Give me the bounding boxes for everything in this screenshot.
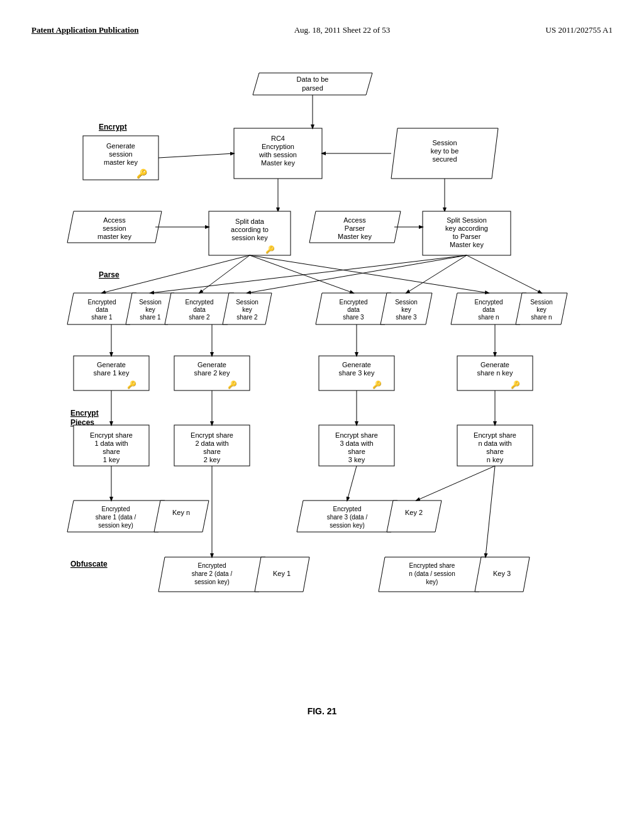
svg-text:Session: Session [139,299,162,306]
svg-text:Key 2: Key 2 [405,509,423,516]
svg-text:with session: with session [258,151,297,158]
svg-text:session: session [103,224,126,232]
svg-text:Parser: Parser [345,224,365,232]
svg-line-61 [250,255,353,293]
svg-text:Encrypt share: Encrypt share [474,431,516,439]
svg-text:session: session [109,150,132,158]
svg-text:session key: session key [231,234,268,241]
svg-line-14 [158,153,234,158]
svg-text:data: data [193,306,206,313]
svg-text:share 1: share 1 [91,314,113,321]
svg-text:Encrypted: Encrypted [87,299,116,306]
svg-text:Encrypted: Encrypted [333,506,361,512]
svg-text:Split data: Split data [235,218,265,225]
svg-line-59 [102,255,250,293]
svg-text:Access: Access [343,216,366,224]
svg-text:Master key: Master key [450,241,484,248]
svg-text:🔑: 🔑 [511,380,520,389]
svg-text:share: share [348,448,365,455]
patent-number: US 2011/202755 A1 [546,25,613,35]
svg-text:session key): session key) [98,522,133,529]
svg-text:Encrypted: Encrypted [339,299,367,306]
svg-text:Session: Session [432,139,457,147]
svg-text:🔑: 🔑 [265,245,275,254]
svg-text:to Parser: to Parser [453,233,481,240]
svg-text:Key 3: Key 3 [493,570,511,577]
svg-text:Key 1: Key 1 [273,570,291,577]
page-header: Patent Application Publication Aug. 18, … [31,25,613,35]
svg-text:secured: secured [432,155,457,163]
svg-text:data: data [347,306,360,313]
svg-line-62 [250,255,489,293]
svg-text:master key: master key [104,158,138,166]
svg-text:share: share [203,448,221,455]
data-to-be-parsed-node: Data to be parsed [253,73,372,95]
svg-text:🔑: 🔑 [127,380,136,389]
svg-text:2 data with: 2 data with [195,440,228,447]
svg-text:3 data with: 3 data with [340,440,373,447]
svg-text:share 2 key: share 2 key [194,369,230,377]
svg-text:share 2: share 2 [189,314,210,321]
svg-line-112 [347,466,357,501]
svg-text:Master key: Master key [261,159,295,167]
svg-text:Data to be: Data to be [297,75,329,83]
svg-text:share 2: share 2 [236,314,258,321]
svg-text:key: key [536,306,547,313]
svg-text:data: data [482,306,495,313]
svg-text:key): key) [426,578,438,585]
svg-text:Session: Session [236,299,258,306]
svg-text:share 1 (data /: share 1 (data / [96,514,136,521]
svg-text:share n: share n [478,314,499,321]
svg-text:Session: Session [395,299,418,306]
svg-line-60 [199,255,250,293]
svg-text:Encrypted: Encrypted [185,299,213,306]
page: Patent Application Publication Aug. 18, … [0,0,644,830]
svg-text:key: key [401,306,411,313]
svg-text:Session: Session [530,299,553,306]
svg-text:share 3 key: share 3 key [339,369,375,377]
svg-text:Encrypt share: Encrypt share [335,431,378,439]
svg-text:Encrypted: Encrypted [101,506,130,512]
svg-line-123 [486,466,495,557]
patent-diagram: Data to be parsed Encrypt Generate sessi… [39,54,605,746]
svg-text:key to be: key to be [431,147,459,155]
svg-text:session key): session key) [330,522,365,529]
svg-text:🔑: 🔑 [372,380,382,389]
diagram-container: Data to be parsed Encrypt Generate sessi… [31,54,613,746]
svg-text:Generate: Generate [106,142,135,150]
svg-text:master key: master key [97,233,131,240]
svg-line-63 [150,255,467,293]
svg-text:share n key: share n key [477,369,513,377]
parse-label: Parse [99,270,119,279]
obfuscate-label: Obfuscate [70,560,108,568]
encrypt-pieces-label: Encrypt [70,409,99,418]
svg-text:Split Session: Split Session [447,216,487,224]
encrypt-label: Encrypt [99,123,127,131]
svg-text:key according: key according [445,224,488,232]
svg-text:share 2 (data /: share 2 (data / [192,570,233,577]
svg-text:🔑: 🔑 [136,169,148,179]
publication-title: Patent Application Publication [31,25,138,35]
svg-text:session key): session key) [194,578,230,585]
figure-label: FIG. 21 [308,706,337,716]
svg-text:2 key: 2 key [204,456,221,463]
svg-text:RC4: RC4 [271,135,285,142]
svg-text:n key: n key [487,456,504,463]
svg-text:Master key: Master key [338,233,372,240]
svg-text:data: data [96,306,108,313]
svg-text:3 key: 3 key [348,456,365,463]
key-n-node [154,501,209,532]
svg-line-66 [467,255,541,293]
svg-text:1 key: 1 key [103,456,120,463]
svg-text:1 data with: 1 data with [94,440,128,447]
svg-text:Encrypt share: Encrypt share [90,431,133,439]
svg-text:parsed: parsed [302,84,323,92]
svg-text:Generate: Generate [342,361,371,368]
svg-text:share: share [486,448,504,455]
svg-text:Encrypted: Encrypted [474,299,502,306]
svg-text:share: share [103,448,120,455]
svg-line-65 [406,255,467,293]
svg-text:Generate: Generate [480,361,509,368]
svg-text:share 3: share 3 [343,314,364,321]
svg-text:Generate: Generate [197,361,226,368]
